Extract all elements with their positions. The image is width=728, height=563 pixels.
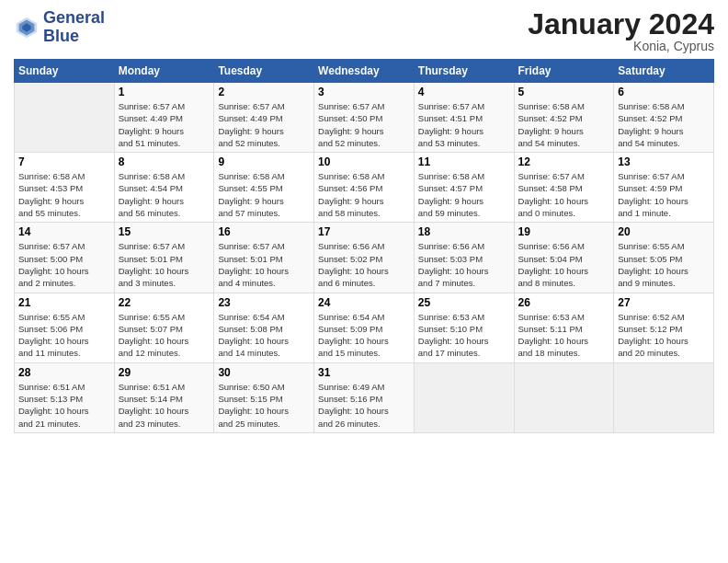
day-cell — [414, 362, 514, 432]
day-number: 18 — [418, 225, 510, 238]
day-number: 6 — [618, 86, 710, 98]
day-number: 11 — [418, 155, 510, 168]
week-row-2: 7Sunrise: 6:58 AM Sunset: 4:53 PM Daylig… — [15, 153, 714, 223]
day-cell: 2Sunrise: 6:57 AM Sunset: 4:49 PM Daylig… — [214, 83, 314, 153]
week-row-3: 14Sunrise: 6:57 AM Sunset: 5:00 PM Dayli… — [15, 223, 714, 293]
day-cell: 23Sunrise: 6:54 AM Sunset: 5:08 PM Dayli… — [214, 293, 314, 362]
day-cell — [15, 83, 115, 153]
day-info: Sunrise: 6:58 AM Sunset: 4:57 PM Dayligh… — [418, 170, 510, 219]
day-info: Sunrise: 6:57 AM Sunset: 5:01 PM Dayligh… — [119, 240, 210, 289]
location-subtitle: Konia, Cyprus — [528, 39, 714, 53]
day-number: 20 — [618, 225, 710, 238]
day-cell: 7Sunrise: 6:58 AM Sunset: 4:53 PM Daylig… — [15, 153, 115, 223]
day-info: Sunrise: 6:57 AM Sunset: 4:50 PM Dayligh… — [318, 100, 410, 149]
day-header-monday: Monday — [114, 60, 214, 83]
day-cell: 18Sunrise: 6:56 AM Sunset: 5:03 PM Dayli… — [414, 223, 514, 293]
day-cell: 10Sunrise: 6:58 AM Sunset: 4:56 PM Dayli… — [314, 153, 415, 223]
day-cell: 19Sunrise: 6:56 AM Sunset: 5:04 PM Dayli… — [514, 223, 614, 293]
day-info: Sunrise: 6:57 AM Sunset: 4:51 PM Dayligh… — [418, 100, 510, 149]
day-number: 1 — [119, 86, 210, 98]
day-cell: 9Sunrise: 6:58 AM Sunset: 4:55 PM Daylig… — [214, 153, 314, 223]
day-number: 9 — [218, 155, 310, 168]
day-info: Sunrise: 6:58 AM Sunset: 4:52 PM Dayligh… — [518, 100, 610, 149]
day-cell: 3Sunrise: 6:57 AM Sunset: 4:50 PM Daylig… — [314, 83, 415, 153]
day-number: 7 — [18, 155, 110, 168]
day-info: Sunrise: 6:58 AM Sunset: 4:52 PM Dayligh… — [618, 100, 710, 149]
day-header-friday: Friday — [514, 60, 614, 83]
day-info: Sunrise: 6:54 AM Sunset: 5:09 PM Dayligh… — [318, 311, 410, 360]
day-info: Sunrise: 6:56 AM Sunset: 5:04 PM Dayligh… — [518, 240, 610, 289]
calendar-table: SundayMondayTuesdayWednesdayThursdayFrid… — [14, 59, 714, 433]
day-number: 3 — [318, 86, 410, 98]
header: General Blue January 2024 Konia, Cyprus — [14, 9, 714, 53]
day-info: Sunrise: 6:57 AM Sunset: 4:49 PM Dayligh… — [119, 100, 210, 149]
day-cell: 31Sunrise: 6:49 AM Sunset: 5:16 PM Dayli… — [314, 362, 415, 432]
week-row-1: 1Sunrise: 6:57 AM Sunset: 4:49 PM Daylig… — [15, 83, 714, 153]
day-cell: 14Sunrise: 6:57 AM Sunset: 5:00 PM Dayli… — [15, 223, 115, 293]
day-info: Sunrise: 6:55 AM Sunset: 5:07 PM Dayligh… — [119, 311, 210, 360]
day-cell: 13Sunrise: 6:57 AM Sunset: 4:59 PM Dayli… — [614, 153, 714, 223]
day-info: Sunrise: 6:57 AM Sunset: 5:00 PM Dayligh… — [18, 240, 110, 289]
day-info: Sunrise: 6:49 AM Sunset: 5:16 PM Dayligh… — [318, 381, 410, 430]
day-number: 2 — [218, 86, 310, 98]
day-cell: 22Sunrise: 6:55 AM Sunset: 5:07 PM Dayli… — [114, 293, 214, 362]
day-number: 19 — [518, 225, 610, 238]
day-cell: 16Sunrise: 6:57 AM Sunset: 5:01 PM Dayli… — [214, 223, 314, 293]
day-cell: 27Sunrise: 6:52 AM Sunset: 5:12 PM Dayli… — [614, 293, 714, 362]
day-cell: 8Sunrise: 6:58 AM Sunset: 4:54 PM Daylig… — [114, 153, 214, 223]
day-cell: 21Sunrise: 6:55 AM Sunset: 5:06 PM Dayli… — [15, 293, 115, 362]
day-number: 27 — [618, 296, 710, 309]
day-cell: 25Sunrise: 6:53 AM Sunset: 5:10 PM Dayli… — [414, 293, 514, 362]
day-info: Sunrise: 6:54 AM Sunset: 5:08 PM Dayligh… — [218, 311, 310, 360]
day-number: 4 — [418, 86, 510, 98]
day-info: Sunrise: 6:57 AM Sunset: 4:58 PM Dayligh… — [518, 170, 610, 219]
day-number: 22 — [119, 296, 210, 309]
logo-line1: General — [43, 9, 105, 28]
day-cell — [514, 362, 614, 432]
day-number: 29 — [119, 366, 210, 379]
day-header-wednesday: Wednesday — [314, 60, 415, 83]
day-cell: 30Sunrise: 6:50 AM Sunset: 5:15 PM Dayli… — [214, 362, 314, 432]
logo-text: General Blue — [43, 9, 105, 46]
day-number: 25 — [418, 296, 510, 309]
calendar-header: SundayMondayTuesdayWednesdayThursdayFrid… — [15, 60, 714, 83]
day-cell: 1Sunrise: 6:57 AM Sunset: 4:49 PM Daylig… — [114, 83, 214, 153]
day-number: 16 — [218, 225, 310, 238]
days-header-row: SundayMondayTuesdayWednesdayThursdayFrid… — [15, 60, 714, 83]
month-title: January 2024 — [528, 9, 714, 39]
day-info: Sunrise: 6:53 AM Sunset: 5:11 PM Dayligh… — [518, 311, 610, 360]
day-cell: 24Sunrise: 6:54 AM Sunset: 5:09 PM Dayli… — [314, 293, 415, 362]
day-number: 28 — [18, 366, 110, 379]
day-number: 8 — [119, 155, 210, 168]
day-header-saturday: Saturday — [614, 60, 714, 83]
day-cell: 4Sunrise: 6:57 AM Sunset: 4:51 PM Daylig… — [414, 83, 514, 153]
day-cell: 17Sunrise: 6:56 AM Sunset: 5:02 PM Dayli… — [314, 223, 415, 293]
logo-line2: Blue — [43, 28, 105, 46]
day-cell — [614, 362, 714, 432]
day-number: 30 — [218, 366, 310, 379]
day-info: Sunrise: 6:53 AM Sunset: 5:10 PM Dayligh… — [418, 311, 510, 360]
day-cell: 26Sunrise: 6:53 AM Sunset: 5:11 PM Dayli… — [514, 293, 614, 362]
day-number: 24 — [318, 296, 410, 309]
day-cell: 5Sunrise: 6:58 AM Sunset: 4:52 PM Daylig… — [514, 83, 614, 153]
day-info: Sunrise: 6:56 AM Sunset: 5:03 PM Dayligh… — [418, 240, 510, 289]
day-info: Sunrise: 6:58 AM Sunset: 4:56 PM Dayligh… — [318, 170, 410, 219]
day-number: 31 — [318, 366, 410, 379]
day-info: Sunrise: 6:57 AM Sunset: 4:59 PM Dayligh… — [618, 170, 710, 219]
day-cell: 11Sunrise: 6:58 AM Sunset: 4:57 PM Dayli… — [414, 153, 514, 223]
day-cell: 12Sunrise: 6:57 AM Sunset: 4:58 PM Dayli… — [514, 153, 614, 223]
day-number: 14 — [18, 225, 110, 238]
day-number: 5 — [518, 86, 610, 98]
week-row-5: 28Sunrise: 6:51 AM Sunset: 5:13 PM Dayli… — [15, 362, 714, 432]
day-info: Sunrise: 6:58 AM Sunset: 4:54 PM Dayligh… — [119, 170, 210, 219]
day-cell: 15Sunrise: 6:57 AM Sunset: 5:01 PM Dayli… — [114, 223, 214, 293]
page-container: General Blue January 2024 Konia, Cyprus … — [0, 0, 728, 442]
day-header-sunday: Sunday — [15, 60, 115, 83]
day-info: Sunrise: 6:57 AM Sunset: 5:01 PM Dayligh… — [218, 240, 310, 289]
day-header-tuesday: Tuesday — [214, 60, 314, 83]
day-info: Sunrise: 6:58 AM Sunset: 4:55 PM Dayligh… — [218, 170, 310, 219]
day-cell: 29Sunrise: 6:51 AM Sunset: 5:14 PM Dayli… — [114, 362, 214, 432]
week-row-4: 21Sunrise: 6:55 AM Sunset: 5:06 PM Dayli… — [15, 293, 714, 362]
title-block: January 2024 Konia, Cyprus — [528, 9, 714, 53]
day-number: 13 — [618, 155, 710, 168]
